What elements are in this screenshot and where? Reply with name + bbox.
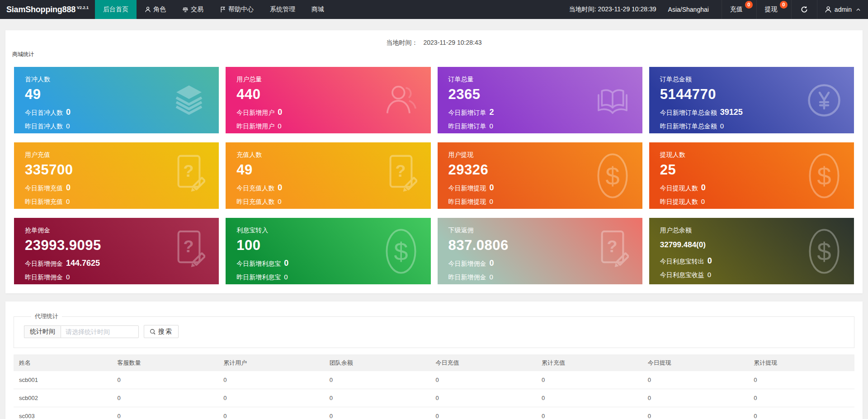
brand: SiamShopping888V2.2.1 xyxy=(0,0,95,19)
table-cell: 0 xyxy=(218,389,324,407)
dollar-icon: $ xyxy=(807,226,841,276)
stat-card-0: 首冲人数49今日首冲人数 0昨日首冲人数 0 xyxy=(14,67,219,133)
stat-card-4: 用户充值335700今日新增充值 0昨日新增充值 0? xyxy=(14,142,219,209)
withdraw-label: 提现 xyxy=(765,5,778,14)
table-header-cell: 累计充值 xyxy=(536,354,642,371)
chevron-up-icon xyxy=(856,7,861,12)
table-cell: sc003 xyxy=(14,407,112,419)
table-cell: scb001 xyxy=(14,371,112,389)
recharge-label: 充值 xyxy=(730,5,743,14)
local-time-row: 当地时间：2023-11-29 10:28:43 xyxy=(5,30,863,46)
nav-right: 当地时间: 2023-11-29 10:28:39 Asia/Shanghai … xyxy=(560,0,868,19)
scale-icon xyxy=(182,6,189,13)
stat-cards: 首冲人数49今日首冲人数 0昨日首冲人数 0用户总量440今日新增用户 0昨日新… xyxy=(14,67,854,284)
table-body: scb0010000000scb0020000000sc0030000000 xyxy=(14,371,854,419)
withdraw-badge: 0 xyxy=(780,1,788,9)
search-icon xyxy=(150,329,156,335)
fileq-icon: ? xyxy=(384,151,418,201)
table-header-cell: 累计用户 xyxy=(218,354,324,371)
brand-version: V2.2.1 xyxy=(77,5,89,10)
fileq-icon: ? xyxy=(172,226,206,276)
local-time-text: 当地时间: 2023-11-29 10:28:39 xyxy=(569,5,656,14)
table-header-cell: 团队余额 xyxy=(324,354,430,371)
nav-item-label: 系统管理 xyxy=(270,5,295,14)
svg-text:$: $ xyxy=(394,237,408,266)
nav-item-4[interactable]: 系统管理 xyxy=(262,0,303,19)
table-cell: 0 xyxy=(430,371,536,389)
table-header-cell: 今日充值 xyxy=(430,354,536,371)
stat-card-9: 利息宝转入100今日新增利息宝 0昨日新增利息宝 0$ xyxy=(226,218,430,284)
table-cell: 0 xyxy=(430,389,536,407)
recharge-badge: 0 xyxy=(745,1,753,9)
book-icon xyxy=(595,75,630,125)
table-cell: 0 xyxy=(218,407,324,419)
nav-item-3[interactable]: 帮助中心 xyxy=(212,0,262,19)
svg-text:?: ? xyxy=(184,236,194,255)
stat-card-7: 提现人数25今日提现人数 0昨日提现人数 0$ xyxy=(649,142,854,209)
agent-legend: 代理统计 xyxy=(31,312,62,320)
user-icon xyxy=(145,6,151,13)
table-header-cell: 姓名 xyxy=(14,354,112,371)
nav-item-5[interactable]: 商城 xyxy=(303,0,332,19)
table-header-cell: 客服数量 xyxy=(112,354,218,371)
table-row: scb0020000000 xyxy=(14,389,854,407)
nav-item-label: 帮助中心 xyxy=(228,5,254,14)
flag-icon xyxy=(220,6,226,13)
nav-item-label: 后台首页 xyxy=(103,5,128,14)
svg-text:$: $ xyxy=(817,237,831,266)
nav-local-time: 当地时间: 2023-11-29 10:28:39 Asia/Shanghai xyxy=(560,0,722,19)
stat-card-6: 用户提现29326今日新增提现 0昨日新增提现 0$ xyxy=(438,142,642,209)
table-cell: 0 xyxy=(642,389,749,407)
filter-row: 统计时间 搜索 xyxy=(24,325,845,338)
nav-menu: 后台首页角色交易帮助中心系统管理商城 xyxy=(95,0,332,19)
table-cell: 0 xyxy=(536,371,642,389)
fileq-icon: ? xyxy=(172,151,206,201)
search-label: 搜索 xyxy=(158,328,173,336)
user-icon xyxy=(825,6,832,13)
stats-panel: 当地时间：2023-11-29 10:28:43 商城统计 首冲人数49今日首冲… xyxy=(5,30,863,293)
nav-item-1[interactable]: 角色 xyxy=(137,0,174,19)
table-cell: 0 xyxy=(324,407,430,419)
nav-item-label: 商城 xyxy=(311,5,324,14)
stat-card-11: 用户总余额32799.484(0)今日利息宝转出 0今日利息宝收益 0$ xyxy=(649,218,854,284)
stat-card-8: 抢单佣金23993.9095今日新增佣金 144.7625昨日新增佣金 0? xyxy=(14,218,219,284)
stat-card-5: 充值人数49今日充值人数 0昨日充值人数 0? xyxy=(226,142,430,209)
section-title: 商城统计 xyxy=(12,51,863,57)
table-cell: 0 xyxy=(642,371,749,389)
time-value: 2023-11-29 10:28:43 xyxy=(424,39,482,46)
stat-card-1: 用户总量440今日新增用户 0昨日新增用户 0 xyxy=(226,67,430,133)
svg-text:?: ? xyxy=(395,161,406,180)
recharge-button[interactable]: 充值 0 xyxy=(722,0,756,19)
search-button[interactable]: 搜索 xyxy=(144,325,179,338)
table-cell: 0 xyxy=(112,407,218,419)
table-cell: 0 xyxy=(642,407,749,419)
table-header-cell: 今日提现 xyxy=(642,354,749,371)
time-label: 当地时间： xyxy=(387,39,418,46)
table-cell: 0 xyxy=(218,371,324,389)
dollar-icon: $ xyxy=(807,151,841,201)
nav-item-2[interactable]: 交易 xyxy=(174,0,212,19)
brand-name: SiamShopping888 xyxy=(6,5,75,14)
dollar-icon: $ xyxy=(384,226,418,276)
nav-item-label: 角色 xyxy=(153,5,166,14)
svg-text:?: ? xyxy=(184,161,194,180)
table-cell: 0 xyxy=(536,389,642,407)
table-cell: 0 xyxy=(748,371,854,389)
withdraw-button[interactable]: 提现 0 xyxy=(756,0,791,19)
nav-item-label: 交易 xyxy=(191,5,203,14)
navbar: SiamShopping888V2.2.1 后台首页角色交易帮助中心系统管理商城… xyxy=(0,0,868,19)
refresh-button[interactable] xyxy=(791,0,817,19)
timezone-text: Asia/Shanghai xyxy=(668,6,709,13)
yen-icon xyxy=(807,75,841,125)
user-menu[interactable]: admin xyxy=(817,0,868,19)
table-cell: 0 xyxy=(112,389,218,407)
table-cell: scb002 xyxy=(14,389,112,407)
table-header-cell: 累计提现 xyxy=(748,354,854,371)
table-cell: 0 xyxy=(430,407,536,419)
layers-icon xyxy=(172,75,206,125)
table-header-row: 姓名客服数量累计用户团队余额今日充值累计充值今日提现累计提现 xyxy=(14,354,854,371)
date-filter-input[interactable] xyxy=(61,325,139,338)
dollar-icon: $ xyxy=(595,151,630,201)
nav-item-0[interactable]: 后台首页 xyxy=(95,0,137,19)
stat-card-3: 订单总金额5144770今日新增订单总金额 39125昨日新增订单总金额 0 xyxy=(649,67,854,133)
